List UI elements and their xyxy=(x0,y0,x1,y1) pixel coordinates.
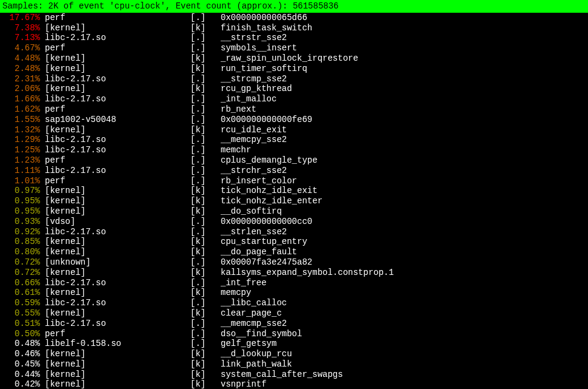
mode-indicator: [.] xyxy=(190,74,221,84)
perf-row[interactable]: 0.80%[kernel][k]__do_page_fault xyxy=(0,247,588,257)
perf-row[interactable]: 1.62%perf[.]rb_next xyxy=(0,104,588,115)
percent-value: 0.55% xyxy=(2,308,45,319)
perf-row[interactable]: 0.51%libc-2.17.so[.]__memcmp_sse2 xyxy=(0,319,588,329)
percent-value: 4.67% xyxy=(2,43,45,53)
perf-row[interactable]: 0.92%libc-2.17.so[.]__strlen_sse2 xyxy=(0,227,588,237)
perf-row[interactable]: 0.55%[kernel][k]clear_page_c xyxy=(0,308,588,319)
symbol-name: rb_insert_color xyxy=(221,176,586,186)
object-name: [kernel] xyxy=(45,237,190,247)
perf-row[interactable]: 1.23%perf[.]cplus_demangle_type xyxy=(0,155,588,166)
symbol-name: 0x000000000000fe69 xyxy=(221,115,586,125)
object-name: [kernel] xyxy=(45,206,190,217)
perf-row[interactable]: 2.06%[kernel][k]rcu_gp_kthread xyxy=(0,84,588,94)
perf-row[interactable]: 0.42%[kernel][k]vsnprintf xyxy=(0,379,588,389)
perf-row[interactable]: 1.01%perf[.]rb_insert_color xyxy=(0,176,588,186)
perf-row[interactable]: 0.45%[kernel][k]link_path_walk xyxy=(0,359,588,370)
mode-indicator: [.] xyxy=(190,104,221,115)
perf-row[interactable]: 17.67%perf[.]0x000000000065d66 xyxy=(0,13,588,23)
symbol-name: rcu_idle_exit xyxy=(221,125,586,135)
object-name: libc-2.17.so xyxy=(45,74,190,84)
object-name: libc-2.17.so xyxy=(45,227,190,237)
mode-indicator: [.] xyxy=(190,115,221,125)
symbol-name: dso__find_symbol xyxy=(221,329,586,339)
perf-row[interactable]: 0.95%[kernel][k]tick_nohz_idle_enter xyxy=(0,196,588,206)
percent-value: 7.13% xyxy=(2,33,45,43)
perf-row[interactable]: 0.66%libc-2.17.so[.]_int_free xyxy=(0,278,588,288)
symbol-name: _raw_spin_unlock_irqrestore xyxy=(221,53,586,64)
mode-indicator: [.] xyxy=(190,329,221,339)
percent-value: 0.51% xyxy=(2,319,45,329)
mode-indicator: [k] xyxy=(190,349,221,359)
mode-indicator: [k] xyxy=(190,64,221,74)
percent-value: 2.06% xyxy=(2,84,45,94)
perf-row[interactable]: 1.55%sap1002-v50048[.]0x000000000000fe69 xyxy=(0,115,588,125)
object-name: perf xyxy=(45,43,190,53)
perf-row[interactable]: 1.29%libc-2.17.so[.]__memcpy_sse2 xyxy=(0,135,588,145)
percent-value: 0.42% xyxy=(2,379,45,389)
mode-indicator: [.] xyxy=(190,94,221,104)
symbol-name: memchr xyxy=(221,145,586,155)
object-name: [kernel] xyxy=(45,268,190,278)
object-name: perf xyxy=(45,176,190,186)
mode-indicator: [k] xyxy=(190,359,221,370)
symbol-name: kallsyms_expand_symbol.constprop.1 xyxy=(221,268,586,278)
object-name: [kernel] xyxy=(45,196,190,206)
perf-row[interactable]: 0.61%[kernel][k]memcpy xyxy=(0,288,588,298)
perf-row[interactable]: 4.48%[kernel][k]_raw_spin_unlock_irqrest… xyxy=(0,53,588,64)
perf-row[interactable]: 0.46%[kernel][k]__d_lookup_rcu xyxy=(0,349,588,359)
percent-value: 0.48% xyxy=(2,339,45,349)
perf-row[interactable]: 0.48%libelf-0.158.so[.]gelf_getsym xyxy=(0,339,588,349)
perf-row[interactable]: 1.66%libc-2.17.so[.]_int_malloc xyxy=(0,94,588,104)
perf-row[interactable]: 7.13%libc-2.17.so[.]__strstr_sse2 xyxy=(0,33,588,43)
perf-row[interactable]: 2.31%libc-2.17.so[.]__strcmp_sse2 xyxy=(0,74,588,84)
percent-value: 0.45% xyxy=(2,359,45,370)
perf-row[interactable]: 0.97%[kernel][k]tick_nohz_idle_exit xyxy=(0,186,588,196)
symbol-name: _int_malloc xyxy=(221,94,586,104)
mode-indicator: [.] xyxy=(190,145,221,155)
perf-row[interactable]: 0.95%[kernel][k]__do_softirq xyxy=(0,206,588,217)
object-name: libc-2.17.so xyxy=(45,166,190,176)
symbol-name: system_call_after_swapgs xyxy=(221,370,586,380)
perf-header-bar: Samples: 2K of event 'cpu-clock', Event … xyxy=(0,0,588,13)
perf-row[interactable]: 0.72%[unknown][.]0x00007fa3e2475a82 xyxy=(0,257,588,268)
symbol-name: __do_page_fault xyxy=(221,247,586,257)
percent-value: 2.31% xyxy=(2,74,45,84)
symbol-name: 0x0000000000000cc0 xyxy=(221,217,586,227)
perf-row[interactable]: 0.44%[kernel][k]system_call_after_swapgs xyxy=(0,370,588,380)
mode-indicator: [.] xyxy=(190,33,221,43)
perf-row[interactable]: 1.32%[kernel][k]rcu_idle_exit xyxy=(0,125,588,135)
percent-value: 1.32% xyxy=(2,125,45,135)
object-name: [kernel] xyxy=(45,186,190,196)
symbol-name: __strchr_sse2 xyxy=(221,166,586,176)
mode-indicator: [.] xyxy=(190,319,221,329)
perf-row[interactable]: 0.85%[kernel][k]cpu_startup_entry xyxy=(0,237,588,247)
perf-row[interactable]: 4.67%perf[.]symbols__insert xyxy=(0,43,588,53)
percent-value: 2.48% xyxy=(2,64,45,74)
object-name: [kernel] xyxy=(45,349,190,359)
symbol-name: __libc_calloc xyxy=(221,298,586,308)
perf-row[interactable]: 1.25%libc-2.17.so[.]memchr xyxy=(0,145,588,155)
percent-value: 0.61% xyxy=(2,288,45,298)
symbol-name: vsnprintf xyxy=(221,379,586,389)
object-name: sap1002-v50048 xyxy=(45,115,190,125)
percent-value: 1.25% xyxy=(2,145,45,155)
percent-value: 1.62% xyxy=(2,104,45,115)
object-name: [kernel] xyxy=(45,247,190,257)
percent-value: 0.44% xyxy=(2,370,45,380)
perf-row[interactable]: 7.38%[kernel][k]finish_task_switch xyxy=(0,23,588,33)
perf-row[interactable]: 0.72%[kernel][k]kallsyms_expand_symbol.c… xyxy=(0,268,588,278)
mode-indicator: [.] xyxy=(190,278,221,288)
mode-indicator: [k] xyxy=(190,370,221,380)
perf-row[interactable]: 2.48%[kernel][k]run_timer_softirq xyxy=(0,64,588,74)
perf-row[interactable]: 0.50%perf[.]dso__find_symbol xyxy=(0,329,588,339)
perf-row[interactable]: 1.11%libc-2.17.so[.]__strchr_sse2 xyxy=(0,166,588,176)
percent-value: 0.59% xyxy=(2,298,45,308)
mode-indicator: [k] xyxy=(190,308,221,319)
mode-indicator: [.] xyxy=(190,176,221,186)
symbol-name: __do_softirq xyxy=(221,206,586,217)
perf-row[interactable]: 0.59%libc-2.17.so[.]__libc_calloc xyxy=(0,298,588,308)
percent-value: 17.67% xyxy=(2,13,45,23)
object-name: [unknown] xyxy=(45,257,190,268)
object-name: [kernel] xyxy=(45,23,190,33)
perf-row[interactable]: 0.93%[vdso][.]0x0000000000000cc0 xyxy=(0,217,588,227)
